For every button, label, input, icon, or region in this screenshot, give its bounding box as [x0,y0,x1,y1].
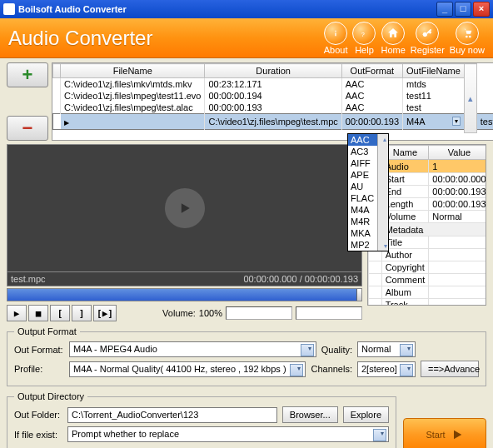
file-list[interactable]: FileName Duration OutFormat OutFileName … [52,62,493,141]
stop-button[interactable]: ■ [28,305,48,321]
svg-point-1 [423,32,427,36]
advance-button[interactable]: ==>Advance [421,361,479,377]
seek-slider[interactable] [7,288,362,301]
channels-label: Channels: [311,364,352,374]
col-duration[interactable]: Duration [205,64,341,78]
play-button[interactable]: ▶ [7,305,27,321]
col-filename[interactable]: FileName [61,64,205,78]
close-button[interactable]: × [473,2,490,17]
start-button[interactable]: Start [403,418,486,448]
explore-button[interactable]: Explore [343,406,389,423]
window-title: Boilsoft Audio Converter [18,4,127,14]
browse-button[interactable]: Browser... [282,406,338,423]
minimize-button[interactable]: _ [436,2,453,17]
svg-text:?: ? [361,31,365,38]
preview-play-icon [165,188,205,228]
home-button[interactable]: Home [381,22,405,55]
col-outformat[interactable]: OutFormat [341,64,402,78]
output-directory-group: Output Directory Out Folder: C:\Torrent_… [7,391,396,448]
scrollbar[interactable]: ▴▾ [377,134,388,251]
if-exist-select[interactable]: Prompt whether to replace [67,426,389,442]
add-file-button[interactable]: + [7,62,48,87]
format-dropdown-list[interactable]: AAC AC3 AIFF APE AU FLAC M4A M4R MKA MP2… [347,133,389,251]
volume-slider-2[interactable] [296,306,362,320]
buy-button[interactable]: Buy now [450,22,485,55]
help-button[interactable]: ?Help [352,22,376,55]
cart-icon [461,27,474,40]
channels-select[interactable]: 2[stereo] [357,361,416,377]
table-row: C:\video1\zj.files\mpeg\test.alac00:00:0… [53,102,494,114]
volume-slider[interactable] [226,306,292,320]
quality-label: Quality: [321,345,352,355]
quality-select[interactable]: Normal [357,341,416,357]
app-title: Audio Converter [8,27,319,50]
scrollbar[interactable]: ▴ [464,64,476,133]
info-icon [329,27,342,40]
home-icon [386,27,400,40]
maximize-button[interactable]: □ [455,2,471,17]
col-value: Value [429,146,486,160]
title-bar: Boilsoft Audio Converter _ □ × [0,0,493,18]
app-header: Audio Converter About ?Help Home Registe… [0,18,493,58]
volume-label: Volume: [162,308,196,318]
table-row: C:\video1\zj.files\mpeg\test11.evo00:00:… [53,90,494,102]
mark-out-button[interactable]: ] [72,305,92,321]
mark-in-button[interactable]: [ [50,305,70,321]
about-button[interactable]: About [324,22,348,55]
table-row-selected: ▶C:\video1\zj.files\mpeg\test.mpc00:00:0… [53,114,494,130]
help-icon: ? [357,27,371,40]
out-folder-input[interactable]: C:\Torrent_AudioConverter\123 [67,407,277,423]
app-icon [3,3,15,15]
volume-value: 100% [199,308,222,318]
remove-file-button[interactable]: − [7,116,48,141]
format-dropdown-toggle[interactable]: ▾ [452,117,461,126]
col-outfilename[interactable]: OutFileName [403,64,465,78]
out-format-label: Out Format: [14,345,64,355]
output-format-legend: Output Format [14,326,80,336]
prop-metadata: Metadata [381,223,486,236]
preview-filename: test.mpc [11,274,46,284]
table-row: C:\video1\zj.files\mkv\mtds.mkv00:23:12.… [53,78,494,91]
next-mark-button[interactable]: [▶] [93,305,117,321]
out-folder-label: Out Folder: [14,410,62,420]
out-format-select[interactable]: M4A - MPEG4 Audio [69,341,316,357]
if-exist-label: If file exist: [14,430,62,440]
output-format-group: Output Format Out Format: M4A - MPEG4 Au… [7,326,486,386]
video-preview [7,144,362,272]
output-directory-legend: Output Directory [14,391,87,401]
register-button[interactable]: Register [411,22,445,55]
play-icon [451,428,464,441]
profile-select[interactable]: M4A - Normal Quality( 44100 Hz, stereo ,… [69,361,306,377]
profile-label: Profile: [14,364,64,374]
key-icon [421,27,434,40]
preview-time: 00:00:00.000 / 00:00:00.193 [243,274,358,284]
